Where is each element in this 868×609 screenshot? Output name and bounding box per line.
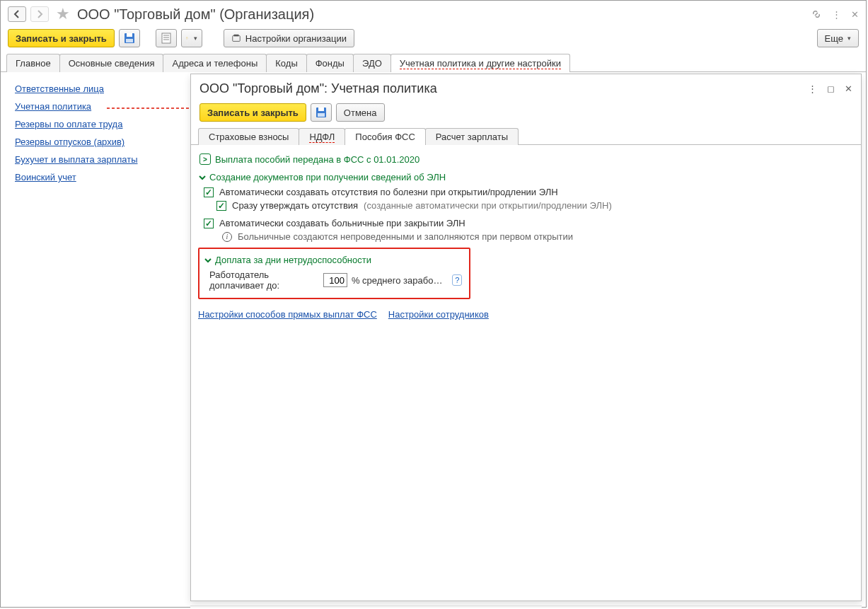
sidebar-item-reserves-vacation[interactable]: Резервы отпусков (архив) [15,137,125,147]
tab-addresses[interactable]: Адреса и телефоны [163,54,267,72]
svg-rect-2 [126,39,133,42]
sidebar-item-reserves-pay[interactable]: Резервы по оплате труда [15,119,122,129]
info-icon: i [222,232,232,242]
command-bar: Записать и закрыть ▾ Настройки организац… [1,26,866,53]
tab-funds[interactable]: Фонды [306,54,354,72]
svg-rect-10 [233,35,238,37]
panel-kebab-icon[interactable]: ⋮ [808,83,817,94]
section-extra-pay[interactable]: Доплата за дни нетрудоспособности [204,255,462,265]
svg-rect-3 [162,33,170,43]
tab-accounting-policy[interactable]: Учетная политика и другие настройки [390,54,570,72]
more-label: Еще [825,33,843,44]
titlebar: ★ ООО "Торговый дом" (Организация) ⋮ ✕ [1,1,866,26]
checkbox-auto-absence-label: Автоматически создавать отсутствия по бо… [219,187,558,197]
paste-dropdown-button[interactable]: ▾ [181,29,202,47]
kebab-menu-icon[interactable]: ⋮ [832,9,841,20]
checkbox-auto-sickleave-label: Автоматически создавать больничные при з… [219,218,465,228]
sidebar-item-responsible[interactable]: Ответственные лица [15,83,104,94]
subtab-insurance[interactable]: Страховые взносы [198,128,299,145]
subtab-fss-benefits[interactable]: Пособия ФСС [345,128,425,145]
org-settings-label: Настройки организации [245,33,347,44]
save-and-close-button[interactable]: Записать и закрыть [8,29,115,47]
main-tabs: Главное Основные сведения Адреса и телеф… [1,53,866,72]
nav-forward-button[interactable] [30,6,49,22]
svg-rect-9 [233,36,241,42]
checkbox-approve-absence-label: Сразу утверждать отсутствия [232,200,358,211]
panel-maximize-icon[interactable]: ◻ [827,83,835,94]
policy-panel: ООО "Торговый дом": Учетная политика ⋮ ◻… [190,74,862,601]
sidebar-item-accounting-policy[interactable]: Учетная политика [15,101,91,112]
link-employee-settings[interactable]: Настройки сотрудников [388,309,489,320]
panel-cancel-button[interactable]: Отмена [336,103,385,122]
employer-pay-input[interactable] [323,273,347,287]
fss-transfer-row: > Выплата пособий передана в ФСС с 01.01… [199,153,854,165]
checkbox-auto-absence[interactable]: ✓ [204,187,214,197]
tab-codes[interactable]: Коды [266,54,306,72]
sickleave-info-text: Больничные создаются непроведенными и за… [238,231,573,242]
panel-save-button[interactable] [311,103,332,122]
svg-rect-8 [187,37,187,38]
org-settings-button[interactable]: Настройки организации [224,29,354,47]
panel-close-icon[interactable]: ✕ [845,83,852,94]
checkbox-auto-sickleave[interactable]: ✓ [204,219,214,228]
close-icon[interactable]: ✕ [851,9,859,20]
save-button[interactable] [119,29,140,47]
expand-icon[interactable]: > [199,153,211,165]
checkbox-approve-absence-hint: (созданные автоматически при открытии/пр… [364,200,612,211]
sidebar-item-military[interactable]: Воинский учет [15,172,76,182]
horizontal-scrollbar[interactable] [190,605,862,608]
svg-rect-14 [318,108,324,111]
subtabs: Страховые взносы НДФЛ Пособия ФСС Расчет… [191,127,861,145]
section-eln-docs[interactable]: Создание документов при получении сведен… [198,172,854,182]
annotation-highlight-box: Доплата за дни нетрудоспособности Работо… [198,248,470,299]
nav-back-button[interactable] [8,6,26,22]
document-button[interactable] [156,29,177,47]
subtab-salary-calc[interactable]: Расчет зарплаты [425,128,519,145]
titlebar-right: ⋮ ✕ [811,8,859,20]
help-icon[interactable]: ? [452,274,462,286]
link-fss-direct-payments[interactable]: Настройки способов прямых выплат ФСС [198,309,377,320]
tab-basic-info[interactable]: Основные сведения [59,54,164,72]
employer-pay-label: Работодатель доплачивает до: [209,269,319,291]
sidebar-item-payroll[interactable]: Бухучет и выплата зарплаты [15,154,138,165]
svg-rect-15 [318,113,325,117]
save-and-close-label: Записать и закрыть [16,33,107,44]
tab-edo[interactable]: ЭДО [353,54,391,72]
window-title: ООО "Торговый дом" (Организация) [77,6,314,23]
subtab-ndfl[interactable]: НДФЛ [299,128,345,145]
sidebar: Ответственные лица Учетная политика Резе… [1,72,190,607]
checkbox-approve-absence[interactable]: ✓ [216,201,226,211]
link-icon[interactable] [811,8,822,20]
more-button[interactable]: Еще ▾ [817,29,859,47]
panel-save-close-button[interactable]: Записать и закрыть [199,103,306,122]
tab-main[interactable]: Главное [6,54,60,72]
svg-rect-1 [127,33,132,37]
favorite-star-icon[interactable]: ★ [56,5,70,23]
employer-pay-suffix: % среднего зарабо… [352,275,442,286]
panel-title: ООО "Торговый дом": Учетная политика [199,81,437,96]
